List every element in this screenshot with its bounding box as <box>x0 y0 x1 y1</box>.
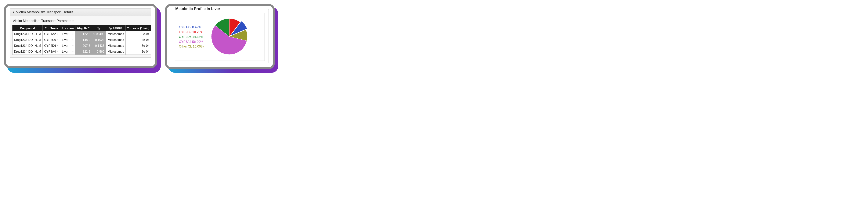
col-fm-source: fm source <box>106 25 125 31</box>
cell-location[interactable]: Liver▲▼ <box>60 43 75 49</box>
cell-fm[interactable]: 0.569 <box>92 49 106 55</box>
profile-title: Metabolic Profile in Liver <box>174 7 222 11</box>
cell-compound: Drug1234-DDI-HLM <box>12 43 43 49</box>
stepper-icon[interactable]: ▲▼ <box>57 45 59 47</box>
panel-body: Victim Metabolism Transport Parameters C… <box>10 16 151 58</box>
cell-turnover: 5e-04 <box>126 43 151 49</box>
cell-clint[interactable]: 822.5 <box>75 49 92 55</box>
cell-fmsrc: Microsomes <box>106 31 125 37</box>
cell-clint[interactable]: 122.8 <box>75 31 92 37</box>
cell-enz[interactable]: CYP1A2▲▼ <box>43 31 60 37</box>
cell-fm[interactable]: 0.1435 <box>92 43 106 49</box>
table-header-row: Compound Enz/Trans Location CLint (L/h) … <box>12 25 151 31</box>
cell-fmsrc: Microsomes <box>106 43 125 49</box>
cell-fmsrc: Microsomes <box>106 37 125 43</box>
profile-fieldset: Metabolic Profile in Liver CYP1A2 8.49%C… <box>171 9 269 63</box>
cell-enz[interactable]: CYP2C9▲▼ <box>43 37 60 43</box>
victim-metabolism-card: ▼ Victim Metabolism Transport Details Vi… <box>4 4 157 68</box>
cell-fm[interactable]: 0.08495 <box>92 31 106 37</box>
left-panel-wrap: ▼ Victim Metabolism Transport Details Vi… <box>4 4 157 69</box>
table-row: Drug1234-DDI-HLM CYP2D6▲▼ Liver▲▼ 207.5 … <box>12 43 151 49</box>
table-row: Drug1234-DDI-HLM CYP2C9▲▼ Liver▲▼ 148.2 … <box>12 37 151 43</box>
legend-item: CYP1A2 8.49% <box>179 25 204 30</box>
cell-fmsrc: Microsomes <box>106 49 125 55</box>
metabolic-profile-card: Metabolic Profile in Liver CYP1A2 8.49%C… <box>165 4 275 69</box>
table-row: Drug1234-DDI-HLM CYP3A4▲▼ Liver▲▼ 822.5 … <box>12 49 151 55</box>
cell-turnover: 5e-04 <box>126 37 151 43</box>
table-row: Drug1234-DDI-HLM CYP1A2▲▼ Liver▲▼ 122.8 … <box>12 31 151 37</box>
stepper-icon[interactable]: ▲▼ <box>57 39 59 41</box>
collapse-triangle-icon[interactable]: ▼ <box>12 11 14 13</box>
profile-inner: CYP1A2 8.49%CYP2C9 10.25%CYP2D6 14.35%CY… <box>175 13 265 61</box>
cell-turnover: 5e-04 <box>126 49 151 55</box>
right-panel-wrap: Metabolic Profile in Liver CYP1A2 8.49%C… <box>165 4 275 69</box>
panel-header[interactable]: ▼ Victim Metabolism Transport Details <box>10 8 151 16</box>
legend-item: CYP2D6 14.35% <box>179 34 204 39</box>
legend-item: Other CL 10.00% <box>179 44 204 49</box>
panel-title: Victim Metabolism Transport Details <box>16 10 73 14</box>
col-location: Location <box>60 25 75 31</box>
cell-compound: Drug1234-DDI-HLM <box>12 37 43 43</box>
legend-item: CYP3A4 56.90% <box>179 39 204 44</box>
parameters-table: Compound Enz/Trans Location CLint (L/h) … <box>12 25 151 55</box>
legend-item: CYP2C9 10.25% <box>179 30 204 35</box>
cell-compound: Drug1234-DDI-HLM <box>12 49 43 55</box>
cell-turnover: 5e-04 <box>126 31 151 37</box>
col-fm: fm <box>92 25 106 31</box>
cell-clint[interactable]: 148.2 <box>75 37 92 43</box>
col-compound: Compound <box>12 25 43 31</box>
cell-clint[interactable]: 207.5 <box>75 43 92 49</box>
cell-location[interactable]: Liver▲▼ <box>60 31 75 37</box>
col-turnover: Turnover (1/min) <box>126 25 151 31</box>
stepper-icon[interactable]: ▲▼ <box>72 33 74 35</box>
cell-compound: Drug1234-DDI-HLM <box>12 31 43 37</box>
pie-svg <box>210 17 249 57</box>
stepper-icon[interactable]: ▲▼ <box>72 50 74 53</box>
cell-enz[interactable]: CYP3A4▲▼ <box>43 49 60 55</box>
stepper-icon[interactable]: ▲▼ <box>57 50 59 53</box>
cell-location[interactable]: Liver▲▼ <box>60 49 75 55</box>
col-clint: CLint (L/h) <box>75 25 92 31</box>
cell-fm[interactable]: 0.1025 <box>92 37 106 43</box>
stepper-icon[interactable]: ▲▼ <box>72 45 74 47</box>
stepper-icon[interactable]: ▲▼ <box>72 39 74 41</box>
cell-location[interactable]: Liver▲▼ <box>60 37 75 43</box>
parameters-subhead: Victim Metabolism Transport Parameters <box>13 19 149 23</box>
pie-legend: CYP1A2 8.49%CYP2C9 10.25%CYP2D6 14.35%CY… <box>179 25 204 49</box>
pie-chart <box>210 17 249 57</box>
stepper-icon[interactable]: ▲▼ <box>57 33 59 35</box>
col-enz-trans: Enz/Trans <box>43 25 60 31</box>
cell-enz[interactable]: CYP2D6▲▼ <box>43 43 60 49</box>
